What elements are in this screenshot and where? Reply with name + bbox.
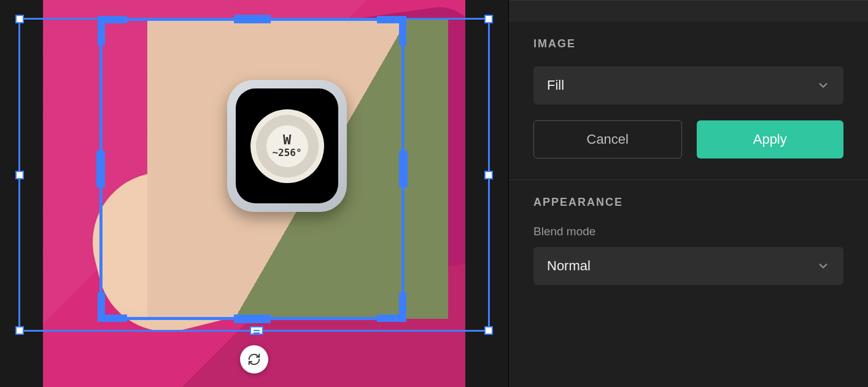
resize-handle-bottom-center[interactable] [250,326,263,335]
cancel-button[interactable]: Cancel [533,120,682,158]
crop-handle-right[interactable] [399,150,408,187]
crop-handle-top-right[interactable] [377,16,406,45]
chevron-down-icon [816,259,830,273]
resize-handle-bottom-left[interactable] [15,326,24,335]
blend-mode-select[interactable]: Normal [533,247,843,285]
refresh-icon [247,353,261,366]
inspector-panel: IMAGE Fill Cancel Apply APPEARANCE Blend… [508,0,868,387]
watch-dial: W ~256° [250,109,324,183]
canvas-area: W ~256° [0,0,508,387]
image-section-title: IMAGE [533,37,843,50]
image-fill-mode-value: Fill [547,77,564,93]
resize-handle-middle-right[interactable] [484,171,493,179]
crop-handle-bottom[interactable] [234,315,271,323]
panel-top-divider [509,0,868,22]
watch-device: W ~256° [227,80,347,212]
image-fill-mode-select[interactable]: Fill [533,66,843,104]
resize-handle-top-right[interactable] [484,15,493,23]
appearance-section: APPEARANCE Blend mode Normal [509,180,868,306]
blend-mode-label: Blend mode [533,225,843,238]
resize-handle-top-left[interactable] [15,15,24,23]
image-action-row: Cancel Apply [533,120,843,158]
resize-handle-middle-left[interactable] [15,171,24,179]
crop-handle-bottom-right[interactable] [377,292,406,322]
compass-direction: W [283,133,291,147]
appearance-section-title: APPEARANCE [533,196,843,209]
crop-handle-bottom-left[interactable] [98,292,127,322]
crop-handle-left[interactable] [96,150,105,187]
apply-button[interactable]: Apply [697,120,844,158]
chevron-down-icon [816,79,830,92]
reset-crop-button[interactable] [240,345,268,373]
resize-handle-bottom-right[interactable] [484,326,493,335]
crop-handle-top[interactable] [234,15,271,23]
compass-heading: ~256° [272,147,301,158]
image-section: IMAGE Fill Cancel Apply [509,22,868,180]
blend-mode-value: Normal [547,258,591,274]
crop-handle-top-left[interactable] [98,16,127,45]
